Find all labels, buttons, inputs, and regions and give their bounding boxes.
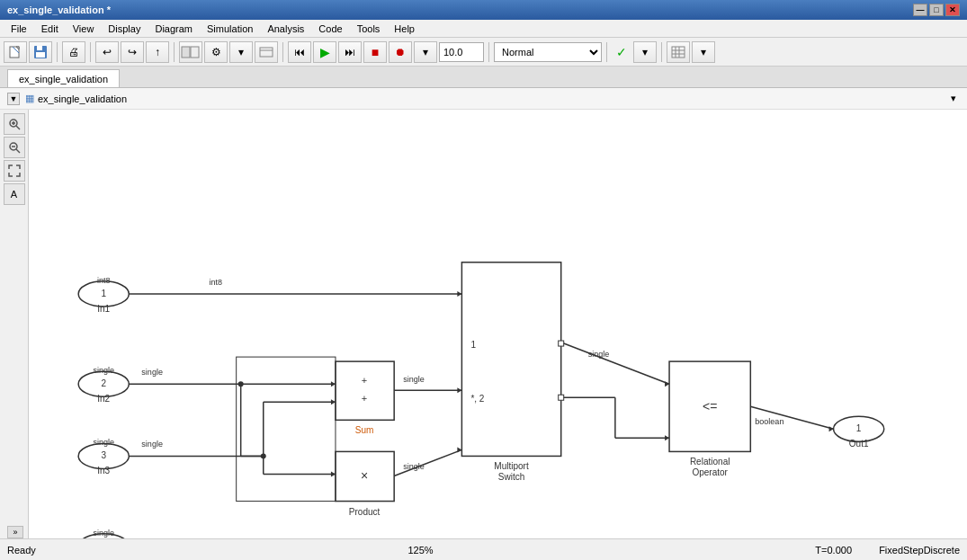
svg-text:Product: Product: [349, 507, 381, 517]
svg-rect-78: [237, 357, 336, 501]
window-controls: — □ ✕: [913, 4, 960, 16]
grid-dropdown[interactable]: ▾: [692, 41, 715, 63]
svg-text:single: single: [141, 368, 163, 377]
svg-rect-48: [559, 341, 564, 346]
svg-text:In3: In3: [97, 466, 110, 476]
svg-text:1: 1: [470, 340, 476, 350]
menu-bar: File Edit View Display Diagram Simulatio…: [0, 20, 967, 38]
svg-text:3: 3: [101, 450, 106, 460]
svg-text:int8: int8: [210, 278, 223, 287]
toolbar: 🖨 ↩ ↪ ↑ ⚙ ▾ ⏮ ▶ ⏭ ■ ⏺ ▾ Normal Accelerat…: [0, 38, 967, 67]
maximize-button[interactable]: □: [929, 4, 944, 16]
svg-text:*, 2: *, 2: [470, 394, 484, 404]
menu-edit[interactable]: Edit: [34, 22, 66, 36]
check-dropdown[interactable]: ▾: [633, 41, 657, 63]
svg-text:single: single: [93, 366, 114, 375]
svg-rect-49: [559, 395, 564, 400]
record-dropdown[interactable]: ▾: [414, 41, 437, 63]
menu-simulation[interactable]: Simulation: [200, 22, 260, 36]
breadcrumb-dropdown[interactable]: ▾: [947, 93, 960, 105]
svg-line-16: [16, 126, 20, 129]
close-button[interactable]: ✕: [945, 4, 960, 16]
menu-analysis[interactable]: Analysis: [260, 22, 311, 36]
svg-text:single: single: [141, 440, 163, 449]
bottom-expand-button[interactable]: »: [7, 526, 23, 538]
step-forward-button[interactable]: ⏭: [338, 41, 362, 63]
svg-text:int8: int8: [97, 276, 111, 285]
menu-code[interactable]: Code: [311, 22, 349, 36]
step-back-button[interactable]: ⏮: [288, 41, 311, 63]
settings-button[interactable]: ⚙: [204, 41, 228, 63]
status-time-text: T=0.000: [762, 545, 852, 556]
run-button[interactable]: ▶: [313, 41, 336, 63]
title-bar: ex_single_validation * — □ ✕: [0, 0, 967, 20]
svg-rect-7: [191, 47, 199, 58]
canvas[interactable]: 1 In1 int8 2 In2 single 3 In3 single 4 I…: [29, 110, 967, 538]
settings-dropdown[interactable]: ▾: [229, 41, 253, 63]
separator4: [282, 42, 283, 62]
separator2: [90, 42, 91, 62]
svg-line-85: [564, 343, 669, 384]
breadcrumb-bar: ▼ ▦ ex_single_validation ▾: [0, 88, 967, 110]
svg-text:In2: In2: [97, 394, 110, 404]
breadcrumb-toggle[interactable]: ▼: [7, 93, 20, 105]
tab-ex-single-validation[interactable]: ex_single_validation: [7, 69, 120, 87]
svg-marker-94: [829, 426, 834, 431]
menu-view[interactable]: View: [66, 22, 102, 36]
separator3: [174, 42, 175, 62]
svg-text:single: single: [93, 529, 114, 538]
undo-button[interactable]: ↩: [95, 41, 119, 63]
menu-display[interactable]: Display: [101, 22, 148, 36]
svg-text:+: +: [362, 393, 367, 404]
grid-button[interactable]: [667, 41, 690, 63]
svg-text:Relational: Relational: [690, 457, 730, 467]
menu-tools[interactable]: Tools: [350, 22, 388, 36]
separator7: [661, 42, 662, 62]
model-settings-button[interactable]: [255, 41, 278, 63]
library-button[interactable]: [179, 41, 202, 63]
main-area: A 1 In1 int8 2 In2 single 3 In3 single 4…: [0, 110, 967, 538]
breadcrumb-path: ex_single_validation: [38, 93, 127, 104]
svg-text:2: 2: [101, 378, 106, 388]
svg-text:<=: <=: [703, 399, 717, 413]
svg-rect-45: [461, 262, 560, 457]
svg-text:×: ×: [361, 469, 368, 484]
print-button[interactable]: 🖨: [62, 41, 85, 63]
svg-text:single: single: [403, 375, 425, 384]
up-button[interactable]: ↑: [146, 41, 169, 63]
zoom-in-button[interactable]: [4, 113, 25, 135]
separator6: [606, 42, 607, 62]
model-icon: ▦: [25, 93, 34, 104]
text-button[interactable]: A: [4, 183, 25, 205]
minimize-button[interactable]: —: [913, 4, 927, 16]
svg-rect-8: [260, 48, 273, 57]
menu-file[interactable]: File: [4, 22, 34, 36]
svg-text:Sum: Sum: [355, 425, 374, 435]
record-button[interactable]: ⏺: [389, 41, 412, 63]
save-button[interactable]: [29, 41, 52, 63]
svg-rect-38: [336, 361, 394, 420]
stop-button[interactable]: ■: [363, 41, 387, 63]
svg-text:In1: In1: [97, 304, 110, 314]
tab-bar: ex_single_validation: [0, 67, 967, 88]
diagram-svg: 1 In1 int8 2 In2 single 3 In3 single 4 I…: [29, 110, 967, 538]
sim-mode-select[interactable]: Normal Accelerator Rapid Accelerator: [494, 42, 602, 62]
left-toolbar: A: [0, 110, 29, 538]
menu-help[interactable]: Help: [387, 22, 422, 36]
zoom-out-button[interactable]: [4, 137, 25, 158]
svg-text:boolean: boolean: [755, 417, 783, 426]
svg-rect-6: [182, 47, 190, 58]
svg-text:single: single: [588, 350, 610, 359]
redo-button[interactable]: ↪: [121, 41, 144, 63]
menu-diagram[interactable]: Diagram: [148, 22, 200, 36]
separator1: [57, 42, 58, 62]
svg-text:1: 1: [101, 289, 106, 298]
stop-time-input[interactable]: [439, 42, 484, 62]
svg-text:Out1: Out1: [849, 439, 869, 449]
svg-text:single: single: [93, 438, 114, 447]
fit-button[interactable]: [4, 160, 25, 182]
svg-text:Operator: Operator: [692, 467, 728, 477]
status-zoom-text: 125%: [79, 545, 762, 556]
check-button[interactable]: ✓: [612, 42, 631, 62]
new-button[interactable]: [4, 41, 27, 63]
